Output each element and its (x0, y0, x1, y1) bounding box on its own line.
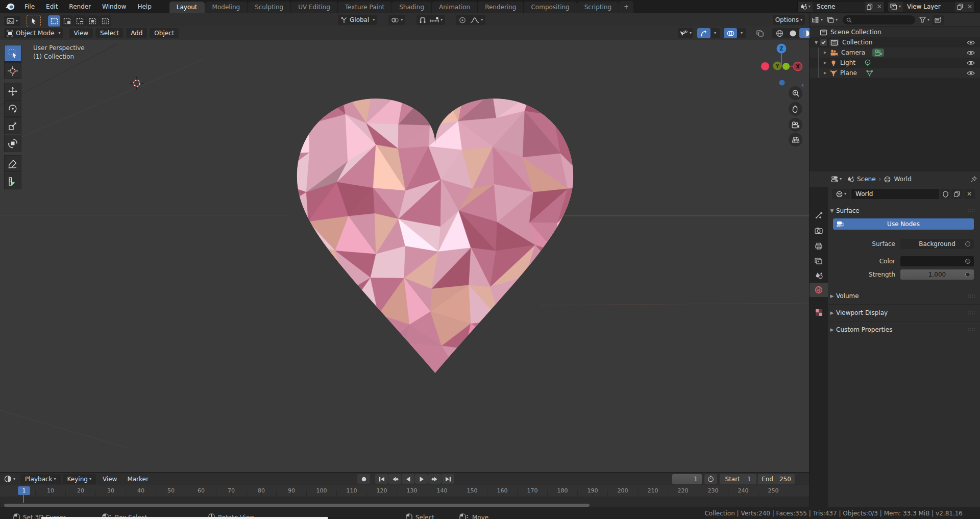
editor-type-selector[interactable]: ▾ (4, 16, 20, 26)
tab-uv-editing[interactable]: UV Editing (291, 2, 337, 13)
fake-user-button[interactable] (940, 189, 950, 199)
scene-name[interactable]: Scene (813, 3, 865, 10)
xray-toggle[interactable] (753, 28, 767, 38)
current-frame-field[interactable]: 1 (672, 474, 702, 484)
timeline-tracks[interactable] (0, 497, 809, 503)
blender-logo-icon[interactable] (0, 3, 19, 10)
tab-rendering[interactable]: Rendering (478, 2, 523, 13)
pivot-point-selector[interactable]: ▾ (388, 15, 405, 25)
overlays-dropdown[interactable]: ▾ (737, 28, 746, 38)
sidebar-collapse-arrow[interactable]: ‹ (801, 82, 804, 89)
properties-tab-output[interactable] (810, 239, 828, 253)
tool-rotate[interactable] (4, 100, 21, 117)
tool-select-box[interactable] (4, 45, 21, 62)
properties-editor-selector[interactable]: ▾ (831, 176, 842, 183)
tool-measure[interactable] (4, 172, 21, 189)
gizmos-toggle[interactable] (697, 28, 710, 38)
unlink-datablock-button[interactable]: ✕ (964, 189, 975, 199)
view-layer-new-icon[interactable] (955, 2, 965, 12)
timeline-scrollbar-thumb[interactable] (4, 504, 590, 507)
active-tool-button[interactable] (27, 15, 41, 27)
properties-tab-tool[interactable] (810, 208, 828, 223)
menu-file[interactable]: File (19, 0, 40, 13)
breadcrumb-world[interactable]: World (894, 176, 911, 183)
playhead-line[interactable] (23, 495, 24, 503)
outliner-row-scene-collection[interactable]: Scene Collection (810, 27, 980, 37)
outliner-editor-selector[interactable]: ▾ (812, 17, 823, 23)
mesh-data-icon[interactable] (864, 69, 875, 77)
light-data-icon[interactable] (863, 59, 873, 67)
viewport-menu-view[interactable]: View (69, 28, 93, 38)
properties-tab-world[interactable] (810, 283, 828, 297)
properties-tab-texture[interactable] (810, 305, 828, 319)
mode-selector[interactable]: Object Mode ▾ (4, 28, 63, 38)
object-eye-toggle[interactable] (967, 50, 975, 56)
viewport-3d[interactable]: User Perspective (1) Collection Z Y X (0, 40, 809, 472)
tab-sculpting[interactable]: Sculpting (248, 2, 290, 13)
select-mode-set[interactable] (48, 15, 60, 27)
properties-tab-scene[interactable] (810, 268, 828, 283)
viewport-menu-select[interactable]: Select (95, 28, 124, 38)
properties-tab-view-layer[interactable] (810, 254, 828, 268)
custom-properties-panel-header[interactable]: ▶Custom Properties∷∷ (828, 324, 980, 335)
tool-scale[interactable] (4, 117, 21, 134)
transform-orientation[interactable]: Global ▾ (338, 15, 377, 25)
proportional-falloff-icon[interactable] (470, 17, 479, 23)
outliner-row-camera[interactable]: ▶Camera (810, 47, 980, 58)
record-button[interactable] (357, 474, 370, 484)
snap-toggle-icon[interactable] (419, 17, 426, 23)
heart-mesh[interactable] (288, 96, 582, 376)
use-nodes-button[interactable]: Use Nodes (833, 218, 974, 230)
world-name-field[interactable]: World (851, 189, 939, 199)
shading-solid-button[interactable] (786, 28, 799, 38)
timeline-menu-view[interactable]: View (98, 474, 121, 484)
viewport-display-panel-header[interactable]: ▶Viewport Display∷∷ (828, 307, 980, 318)
options-button[interactable]: Options▾ (773, 15, 805, 25)
viewport-menu-add[interactable]: Add (126, 28, 147, 38)
proportional-toggle-icon[interactable] (459, 17, 466, 23)
tab-modeling[interactable]: Modeling (205, 2, 248, 13)
outliner-row-light[interactable]: ▶Light (810, 58, 980, 68)
collection-eye-toggle[interactable] (967, 40, 975, 45)
view-layer-name[interactable]: View Layer (903, 3, 955, 10)
use-preview-range-button[interactable] (704, 474, 717, 484)
new-collection-button[interactable] (933, 15, 944, 25)
tool-cursor[interactable] (4, 62, 21, 79)
world-browse-button[interactable]: ▾ (832, 189, 850, 199)
outliner-display-mode[interactable]: ▾ (827, 17, 838, 23)
outliner-search-input[interactable] (843, 15, 915, 24)
camera-view-button[interactable] (789, 118, 802, 132)
tab-shading[interactable]: Shading (392, 2, 431, 13)
object-eye-toggle[interactable] (967, 70, 975, 76)
view-layer-icon[interactable]: ▾ (888, 2, 903, 12)
select-mode-subtract[interactable] (74, 15, 86, 27)
breadcrumb-scene[interactable]: Scene (857, 176, 876, 183)
object-eye-toggle[interactable] (967, 60, 975, 66)
timeline-editor-selector[interactable]: ▾ (4, 475, 15, 483)
frame-end-field[interactable]: End250 (758, 474, 795, 484)
tab-compositing[interactable]: Compositing (524, 2, 576, 13)
scene-icon[interactable]: ▾ (798, 2, 813, 12)
outliner-row-plane[interactable]: ▶Plane (810, 68, 980, 78)
outliner-filter-button[interactable]: ▾ (919, 17, 929, 23)
pin-icon[interactable] (970, 176, 977, 183)
gizmos-dropdown[interactable]: ▾ (710, 28, 720, 38)
tool-move[interactable] (4, 83, 21, 100)
surface-value-dropdown[interactable]: Background (900, 239, 974, 249)
previous-keyframe-button[interactable] (388, 474, 401, 484)
menu-edit[interactable]: Edit (40, 0, 63, 13)
copy-datablock-button[interactable] (951, 189, 963, 199)
pan-view-button[interactable] (789, 102, 802, 116)
viewport-menu-object[interactable]: Object (150, 28, 179, 38)
timeline-menu-keying[interactable]: Keying▾ (63, 474, 96, 484)
tab-scripting[interactable]: Scripting (577, 2, 619, 13)
play-button[interactable] (415, 474, 428, 484)
frame-start-field[interactable]: Start1 (720, 474, 756, 484)
camera-data-icon[interactable] (872, 48, 884, 57)
menu-help[interactable]: Help (132, 0, 157, 13)
volume-panel-header[interactable]: ▶Volume∷∷ (828, 290, 980, 302)
scene-new-icon[interactable] (865, 2, 875, 12)
add-workspace-tab[interactable]: + (619, 1, 633, 13)
zoom-view-button[interactable] (789, 86, 802, 100)
object-visibility-selector[interactable]: ▾ (678, 28, 693, 38)
